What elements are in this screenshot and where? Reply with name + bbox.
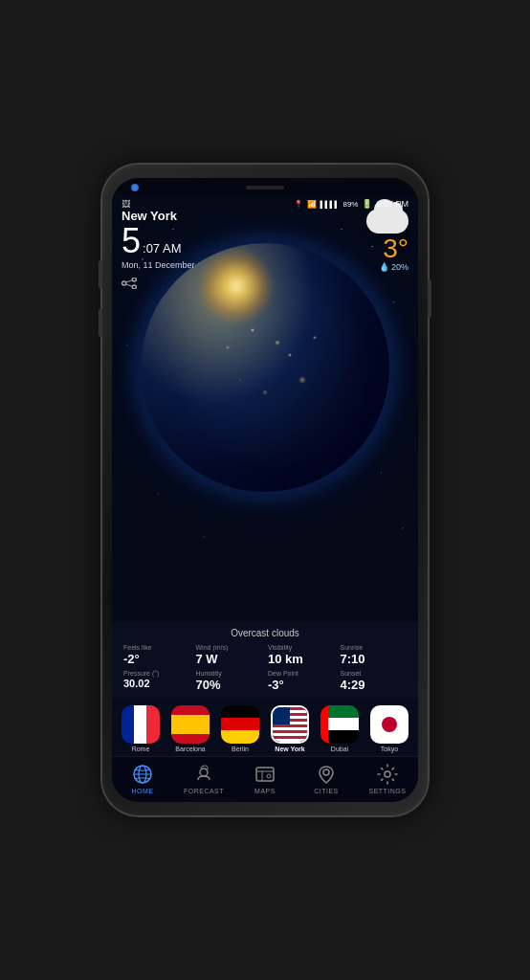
raindrop-icon: 💧 [379, 262, 389, 272]
temperature-display: 3° [366, 235, 409, 262]
signal-icon: ▌▌▌▌ [320, 201, 340, 208]
share-button[interactable] [121, 276, 195, 293]
nav-label-forecast: FORECAST [184, 788, 224, 794]
weather-condition: Overcast clouds [123, 628, 407, 638]
phone-device: 🖼 📍 📶 ▌▌▌▌ 89% 🔋 2:07 PM New York 5 :07 … [102, 165, 428, 815]
nav-item-settings[interactable]: SETTINGS [364, 763, 411, 794]
nav-item-forecast[interactable]: FORECAST [180, 763, 228, 794]
nav-label-home: HOME [132, 788, 154, 794]
sunrise-label: Sunrise [341, 644, 408, 651]
time-display: 5 :07 AM [121, 224, 195, 258]
feels-like-stat: Feels like -2° [123, 644, 190, 666]
svg-point-2 [132, 285, 136, 289]
weather-header: New York 5 :07 AM Mon, 11 December [121, 209, 195, 293]
city-thumb-berlin[interactable]: Berlin [217, 705, 263, 752]
humidity-stat: Humidity 70% [196, 670, 263, 692]
city-label-rome: Rome [132, 746, 150, 752]
city-label-newyork: New York [275, 746, 304, 752]
wind-label: Wind (m/s) [196, 644, 263, 651]
nav-item-home[interactable]: HOME [119, 763, 166, 794]
nav-item-cities[interactable]: CITIES [302, 763, 350, 794]
nav-label-settings: SETTINGS [368, 788, 406, 794]
nav-item-maps[interactable]: MAPS [241, 763, 289, 794]
city-label-barcelona: Barcelona [175, 746, 206, 752]
pressure-value: 30.02 [123, 678, 190, 689]
city-label-berlin: Berlin [232, 746, 249, 752]
city-thumbnails: Rome Barcelona Berlin New York [112, 700, 418, 756]
svg-point-0 [122, 281, 126, 285]
precipitation-value: 20% [391, 262, 409, 272]
pressure-label: Pressure (°) [123, 670, 190, 677]
sun-glow [198, 248, 275, 324]
precipitation-display: 💧 20% [366, 262, 409, 272]
battery-percent: 89% [342, 200, 358, 209]
status-bar: 🖼 📍 📶 ▌▌▌▌ 89% 🔋 2:07 PM [112, 195, 418, 211]
dew-point-value: -3° [268, 678, 335, 692]
svg-point-12 [385, 771, 390, 777]
sunrise-value: 7:10 [341, 652, 408, 666]
location-icon: 📍 [294, 200, 303, 209]
sunrise-stat: Sunrise 7:10 [341, 644, 408, 666]
wifi-icon: 📶 [307, 200, 317, 209]
front-camera [131, 184, 139, 191]
city-thumb-newyork[interactable]: New York [267, 705, 313, 752]
battery-icon: 🔋 [362, 199, 372, 209]
sunset-stat: Sunset 4:29 [341, 670, 408, 692]
status-left: 🖼 [121, 199, 130, 209]
phone-top-bar [112, 178, 418, 195]
weather-cloud-icon [366, 209, 409, 234]
nav-label-maps: MAPS [254, 788, 276, 794]
feels-like-label: Feels like [123, 644, 190, 651]
sunset-label: Sunset [341, 670, 408, 677]
weather-right: 3° 💧 20% [366, 209, 409, 272]
humidity-value: 70% [196, 678, 263, 692]
weather-background: 🖼 📍 📶 ▌▌▌▌ 89% 🔋 2:07 PM New York 5 :07 … [112, 195, 418, 622]
clock-time: 2:07 PM [376, 199, 409, 209]
image-icon: 🖼 [121, 199, 130, 209]
city-label-tokyo: Tokyo [381, 746, 398, 752]
feels-like-value: -2° [123, 652, 190, 666]
weather-grid: Feels like -2° Wind (m/s) 7 W Visibility… [123, 644, 407, 692]
visibility-stat: Visibility 10 km [268, 644, 335, 666]
weather-details-panel: Overcast clouds Feels like -2° Wind (m/s… [112, 622, 418, 700]
visibility-value: 10 km [268, 652, 335, 666]
svg-point-10 [267, 774, 271, 778]
svg-rect-9 [256, 768, 274, 781]
wind-stat: Wind (m/s) 7 W [196, 644, 263, 666]
visibility-label: Visibility [268, 644, 335, 651]
svg-point-8 [200, 768, 208, 776]
dew-point-label: Dew Point [268, 670, 335, 677]
cloud-shape [366, 209, 409, 234]
forecast-icon [192, 763, 215, 786]
city-thumb-dubai[interactable]: Dubai [317, 705, 363, 752]
settings-icon [376, 763, 399, 786]
wind-value: 7 W [196, 652, 263, 666]
phone-screen: 🖼 📍 📶 ▌▌▌▌ 89% 🔋 2:07 PM New York 5 :07 … [112, 178, 418, 802]
city-thumb-rome[interactable]: Rome [118, 705, 164, 752]
humidity-label: Humidity [196, 670, 263, 677]
sunset-value: 4:29 [341, 678, 408, 692]
date-display: Mon, 11 December [121, 260, 195, 270]
speaker [246, 186, 284, 189]
svg-point-1 [132, 278, 136, 281]
time-hour: 5 [121, 224, 141, 258]
city-thumb-tokyo[interactable]: Tokyo [366, 705, 412, 752]
city-label-dubai: Dubai [331, 746, 348, 752]
home-icon [131, 763, 154, 786]
svg-line-3 [126, 280, 133, 282]
svg-line-4 [126, 284, 133, 286]
time-min-suffix: :07 AM [143, 241, 181, 256]
status-right: 📍 📶 ▌▌▌▌ 89% 🔋 2:07 PM [294, 199, 409, 209]
dew-point-stat: Dew Point -3° [268, 670, 335, 692]
nav-label-cities: CITIES [314, 788, 339, 794]
svg-point-11 [323, 769, 329, 775]
cities-icon [315, 763, 338, 786]
pressure-stat: Pressure (°) 30.02 [123, 670, 190, 692]
maps-icon [254, 763, 276, 786]
city-thumb-barcelona[interactable]: Barcelona [167, 705, 213, 752]
bottom-navigation: HOME FORECAST [112, 756, 418, 802]
